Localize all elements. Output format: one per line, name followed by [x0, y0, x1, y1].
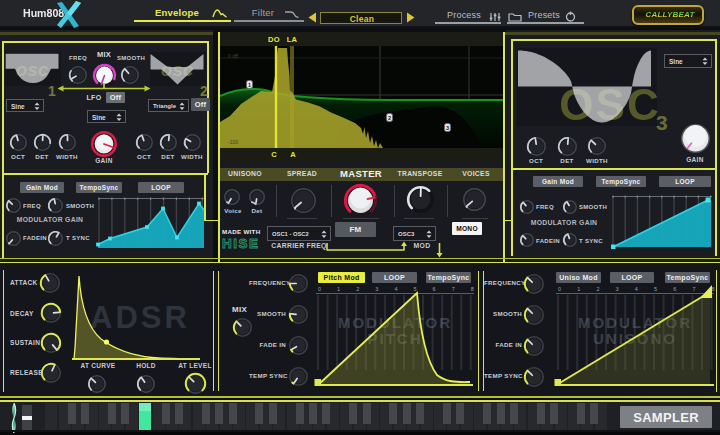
svg-text:5: 5 [414, 286, 417, 292]
svg-text:6: 6 [433, 286, 436, 292]
svg-text:7: 7 [452, 286, 455, 292]
svg-text:4: 4 [635, 286, 638, 292]
svg-text:5: 5 [654, 286, 657, 292]
svg-text:8: 8 [471, 286, 474, 292]
svg-text:2: 2 [356, 286, 359, 292]
svg-text:7: 7 [692, 286, 695, 292]
svg-text:0: 0 [318, 286, 321, 292]
svg-text:0: 0 [558, 286, 561, 292]
svg-text:6: 6 [673, 286, 676, 292]
svg-text:0 dB: 0 dB [228, 53, 239, 59]
svg-text:1: 1 [577, 286, 580, 292]
svg-text:2: 2 [596, 286, 599, 292]
svg-text:3: 3 [616, 286, 619, 292]
svg-text:4: 4 [394, 286, 397, 292]
svg-text:3: 3 [375, 286, 378, 292]
svg-text:1: 1 [337, 286, 340, 292]
svg-text:8: 8 [712, 286, 715, 292]
svg-text:-100: -100 [228, 139, 238, 145]
